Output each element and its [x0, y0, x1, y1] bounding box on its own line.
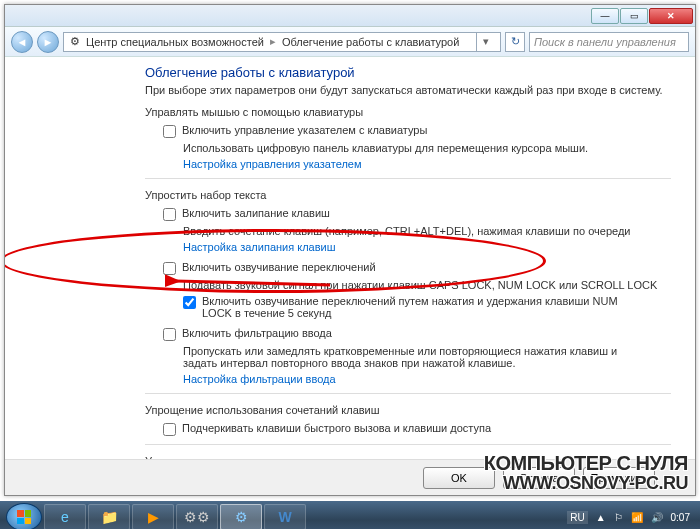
network-icon[interactable]: 📶 [631, 512, 643, 523]
divider [145, 393, 671, 394]
start-button[interactable] [6, 503, 42, 529]
control-panel-icon: ⚙ [235, 509, 248, 525]
checkbox-label: Включить управление указателем с клавиат… [182, 124, 427, 136]
taskbar-item-word[interactable]: W [264, 504, 306, 529]
window-titlebar: — ▭ ✕ [5, 5, 695, 27]
control-panel-window: — ▭ ✕ ◄ ► ⚙ Центр специальных возможност… [4, 4, 696, 496]
checkbox-toggle-keys-numlock[interactable] [183, 296, 196, 309]
close-button[interactable]: ✕ [649, 8, 693, 24]
section-mouse-title: Управлять мышью с помощью клавиатуры [145, 106, 671, 118]
address-breadcrumb[interactable]: ⚙ Центр специальных возможностей ▸ Облег… [63, 32, 501, 52]
section-shortcuts-title: Упрощение использования сочетаний клавиш [145, 404, 671, 416]
checkbox-filter-keys[interactable] [163, 328, 176, 341]
checkbox-sticky-keys[interactable] [163, 208, 176, 221]
link-filter-keys-settings[interactable]: Настройка фильтрации ввода [183, 373, 671, 385]
forward-button[interactable]: ► [37, 31, 59, 53]
svg-line-0 [175, 281, 330, 285]
checkbox-label: Включить озвучивание переключений путем … [202, 295, 632, 319]
navigation-bar: ◄ ► ⚙ Центр специальных возможностей ▸ О… [5, 27, 695, 57]
section-typing-title: Упростить набор текста [145, 189, 671, 201]
breadcrumb-item[interactable]: Центр специальных возможностей [86, 36, 264, 48]
watermark-line1: КОМПЬЮТЕР С НУЛЯ [484, 453, 688, 474]
taskbar-item-control-panel[interactable]: ⚙ [220, 504, 262, 529]
back-button[interactable]: ◄ [11, 31, 33, 53]
annotation-arrow-icon [165, 267, 335, 297]
watermark-overlay: КОМПЬЮТЕР С НУЛЯ WWW.OSNOVY-PC.RU [484, 453, 688, 493]
clock[interactable]: 0:07 [671, 512, 690, 523]
taskbar: e 📁 ▶ ⚙⚙ ⚙ W RU ▲ ⚐ 📶 🔊 0:07 [0, 501, 700, 529]
checkbox-label: Включить залипание клавиш [182, 207, 330, 219]
description-text: Вводить сочетание клавиш (например, CTRL… [183, 225, 671, 237]
action-center-icon[interactable]: ⚐ [614, 512, 623, 523]
tray-up-icon[interactable]: ▲ [596, 512, 606, 523]
page-intro: При выборе этих параметров они будут зап… [145, 84, 671, 96]
content-pane: Облегчение работы с клавиатурой При выбо… [5, 57, 695, 459]
taskbar-item-explorer[interactable]: 📁 [88, 504, 130, 529]
checkbox-mouse-keys[interactable] [163, 125, 176, 138]
watermark-line2: WWW.OSNOVY-PC.RU [484, 474, 688, 493]
link-sticky-keys-settings[interactable]: Настройка залипания клавиш [183, 241, 671, 253]
breadcrumb-icon: ⚙ [70, 35, 80, 48]
taskbar-item-wmp[interactable]: ▶ [132, 504, 174, 529]
checkbox-label: Включить фильтрацию ввода [182, 327, 332, 339]
refresh-button[interactable]: ↻ [505, 32, 525, 52]
language-indicator[interactable]: RU [567, 511, 587, 524]
checkbox-underline-shortcuts[interactable] [163, 423, 176, 436]
link-mouse-keys-settings[interactable]: Настройка управления указателем [183, 158, 671, 170]
chevron-right-icon: ▸ [270, 35, 276, 48]
breadcrumb-dropdown[interactable]: ▾ [476, 32, 494, 52]
taskbar-item-gears[interactable]: ⚙⚙ [176, 504, 218, 529]
taskbar-item-ie[interactable]: e [44, 504, 86, 529]
windows-logo-icon [17, 510, 31, 524]
page-title: Облегчение работы с клавиатурой [145, 65, 671, 80]
maximize-button[interactable]: ▭ [620, 8, 648, 24]
divider [145, 178, 671, 179]
description-text: Пропускать или замедлять кратковременные… [183, 345, 643, 369]
divider [145, 444, 671, 445]
system-tray: RU ▲ ⚐ 📶 🔊 0:07 [567, 511, 694, 524]
search-input[interactable]: Поиск в панели управления [529, 32, 689, 52]
checkbox-label: Подчеркивать клавиши быстрого вызова и к… [182, 422, 491, 434]
description-text: Использовать цифровую панель клавиатуры … [183, 142, 671, 154]
minimize-button[interactable]: — [591, 8, 619, 24]
breadcrumb-item[interactable]: Облегчение работы с клавиатурой [282, 36, 459, 48]
volume-icon[interactable]: 🔊 [651, 512, 663, 523]
